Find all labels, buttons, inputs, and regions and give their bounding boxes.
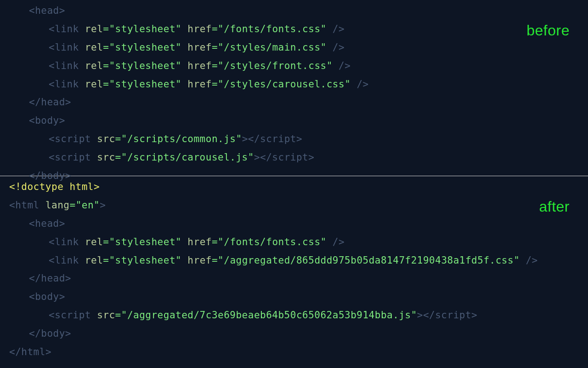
code-line: <script src="/scripts/common.js"></scrip… bbox=[9, 130, 579, 149]
after-label: after bbox=[539, 193, 570, 221]
after-panel: after <!doctype html> <html lang="en"> <… bbox=[0, 176, 588, 368]
code-line: <link rel="stylesheet" href="/styles/fro… bbox=[9, 57, 579, 75]
code-line: <script src="/scripts/carousel.js"></scr… bbox=[9, 149, 579, 167]
code-line: <script src="/aggregated/7c3e69beaeb64b5… bbox=[9, 306, 579, 325]
code-line: <link rel="stylesheet" href="/fonts/font… bbox=[9, 233, 579, 252]
code-line: </head> bbox=[9, 270, 579, 288]
code-line: <link rel="stylesheet" href="/styles/mai… bbox=[9, 39, 579, 57]
code-line: <!doctype html> bbox=[9, 178, 579, 196]
code-line: <body> bbox=[9, 288, 579, 306]
code-line: <link rel="stylesheet" href="/fonts/font… bbox=[9, 20, 579, 39]
code-line: <link rel="stylesheet" href="/aggregated… bbox=[9, 252, 579, 270]
code-line: <link rel="stylesheet" href="/styles/car… bbox=[9, 75, 579, 94]
code-line: <head> bbox=[9, 215, 579, 233]
before-label: before bbox=[526, 17, 570, 45]
code-line: </head> bbox=[9, 93, 579, 112]
before-panel: before <head> <link rel="stylesheet" hre… bbox=[0, 0, 588, 176]
code-line: <body> bbox=[9, 112, 579, 130]
code-line: <html lang="en"> bbox=[9, 196, 579, 215]
code-line: <head> bbox=[9, 2, 579, 20]
code-line: </html> bbox=[9, 343, 579, 362]
code-line: </body> bbox=[9, 325, 579, 343]
